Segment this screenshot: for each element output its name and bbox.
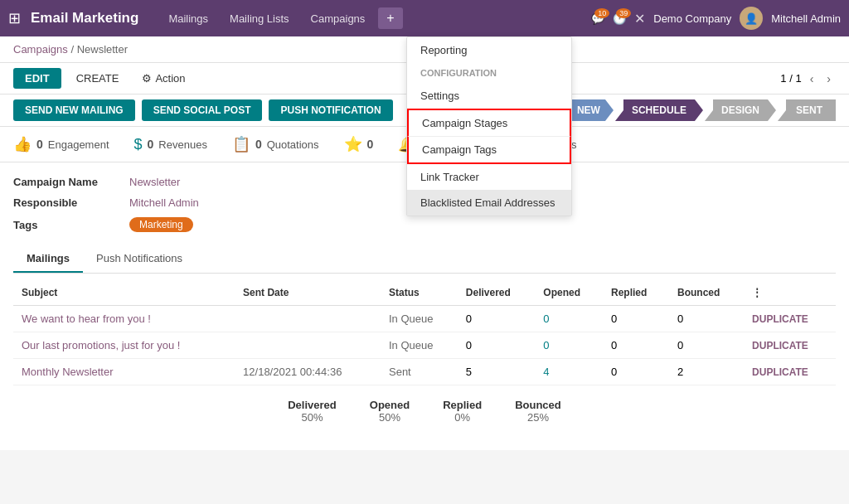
row1-opened: 0 [535,306,603,332]
marketing-tag[interactable]: Marketing [129,217,193,232]
push-notification-button[interactable]: PUSH NOTIFICATION [269,99,392,121]
row2-bounced: 0 [669,332,744,359]
tab-mailings[interactable]: Mailings [13,245,83,273]
create-button[interactable]: CREATE [68,68,128,89]
row3-duplicate-button[interactable]: DUPLICATE [752,366,808,378]
close-icon[interactable]: ✕ [634,11,645,27]
breadcrumb-parent[interactable]: Campaigns [13,43,68,56]
summary-delivered: Delivered 50% [288,399,337,424]
table-row: Monthly Newsletter 12/18/2021 00:44:36 S… [13,359,836,385]
prev-button[interactable]: ‹ [805,70,819,87]
stage-bar: NEW SCHEDULE DESIGN SENT [564,99,836,121]
dropdown-blacklisted[interactable]: Blacklisted Email Addresses [407,190,571,216]
row1-delivered: 0 [458,306,536,332]
nav-plus-button[interactable]: + [378,7,402,29]
star-stat[interactable]: ⭐ 0 [344,135,374,153]
tags-field: Tags Marketing [13,217,836,232]
schedule-stage-button[interactable]: SCHEDULE [615,99,703,121]
col-replied: Replied [603,280,669,306]
clipboard-icon: 📋 [232,135,250,153]
dropdown-menu: Reporting Configuration Settings Campaig… [406,36,572,216]
row2-opened: 0 [535,332,603,359]
app-grid-icon[interactable]: ⊞ [8,9,21,27]
clock-icon[interactable]: 🕐 39 [613,12,626,25]
company-name[interactable]: Demo Company [653,12,731,25]
row2-status: In Queue [381,332,458,359]
nav-mailings[interactable]: Mailings [160,7,216,30]
avatar[interactable]: 👤 [740,7,763,30]
row1-status: In Queue [381,306,458,332]
table-row: Our last promotions, just for you ! In Q… [13,332,836,359]
summary-bounced: Bounced 25% [515,399,561,424]
col-sent-date: Sent Date [235,280,381,306]
col-delivered: Delivered [458,280,536,306]
col-status: Status [381,280,458,306]
row3-subject[interactable]: Monthly Newsletter [22,366,114,378]
quotations-stat[interactable]: 📋 0 Quotations [232,135,319,153]
sent-stage-button[interactable]: SENT [778,99,836,121]
row3-opened: 4 [535,359,603,385]
dollar-icon: $ [134,136,143,153]
nav-campaigns[interactable]: Campaigns [303,7,374,30]
row1-sent-date [235,306,381,332]
gear-icon: ⚙ [142,72,152,85]
row3-sent-date: 12/18/2021 00:44:36 [235,359,381,385]
tab-push-notifications[interactable]: Push Notifications [83,245,196,273]
dropdown-link-tracker[interactable]: Link Tracker [407,164,571,190]
row2-delivered: 0 [458,332,536,359]
row2-duplicate-button[interactable]: DUPLICATE [752,340,808,351]
engagement-stat[interactable]: 👍 0 Engagement [13,135,109,153]
row3-status: Sent [381,359,458,385]
user-name[interactable]: Mitchell Admin [771,12,841,25]
col-actions: ⋮ [744,280,836,306]
next-button[interactable]: › [822,70,836,87]
breadcrumb-current: Newsletter [77,43,128,56]
dropdown-settings[interactable]: Settings [407,83,571,109]
summary-opened: Opened 50% [370,399,410,424]
app-title: Email Marketing [31,10,138,27]
col-opened: Opened [535,280,603,306]
thumbs-up-icon: 👍 [13,135,32,153]
send-social-post-button[interactable]: SEND SOCIAL POST [142,99,263,121]
chat-icon[interactable]: 💬 10 [591,12,604,25]
row1-bounced: 0 [669,306,744,332]
top-navigation: ⊞ Email Marketing Mailings Mailing Lists… [0,0,849,36]
row2-replied: 0 [603,332,669,359]
mailings-table: Subject Sent Date Status Delivered Opene… [13,280,836,385]
col-subject: Subject [13,280,235,306]
table-row: We want to hear from you ! In Queue 0 0 … [13,306,836,332]
col-bounced: Bounced [669,280,744,306]
row1-subject[interactable]: We want to hear from you ! [22,313,151,325]
summary-row: Delivered 50% Opened 50% Replied 0% Boun… [13,385,836,437]
summary-replied: Replied 0% [443,399,482,424]
row2-subject[interactable]: Our last promotions, just for you ! [22,339,180,351]
edit-button[interactable]: EDIT [13,68,61,89]
pagination: 1 / 1 ‹ › [780,70,836,87]
row3-bounced: 2 [669,359,744,385]
row1-duplicate-button[interactable]: DUPLICATE [752,313,808,325]
dropdown-campaign-tags[interactable]: Campaign Tags [407,137,571,164]
row1-replied: 0 [603,306,669,332]
row2-sent-date [235,332,381,359]
revenues-stat[interactable]: $ 0 Revenues [134,135,207,153]
action-button[interactable]: ⚙ Action [133,68,193,89]
nav-mailing-lists[interactable]: Mailing Lists [221,7,298,30]
design-stage-button[interactable]: DESIGN [705,99,776,121]
tab-bar: Mailings Push Notifications [13,245,836,274]
dropdown-reporting[interactable]: Reporting [407,37,571,63]
dropdown-configuration-label: Configuration [407,63,571,83]
star-icon: ⭐ [344,135,362,153]
dropdown-campaign-stages[interactable]: Campaign Stages [407,109,571,137]
row3-replied: 0 [603,359,669,385]
send-new-mailing-button[interactable]: SEND NEW MAILING [13,99,135,121]
row3-delivered: 5 [458,359,536,385]
